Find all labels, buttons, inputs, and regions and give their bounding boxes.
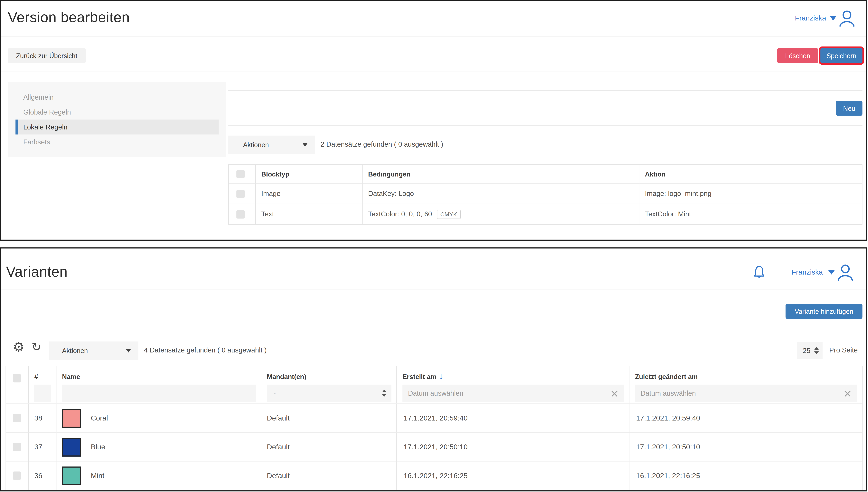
variant-name: Coral (91, 414, 108, 422)
num-filter-input[interactable] (34, 385, 51, 402)
table-row[interactable]: 36 Mint Default 16.1.2021, 22:16:25 16.1… (6, 461, 863, 490)
delete-button[interactable]: Löschen (777, 48, 818, 63)
settings-gear-icon[interactable]: ⚙ (13, 340, 25, 354)
column-label: Zuletzt geändert am (635, 373, 698, 381)
page-title: Version bearbeiten (8, 9, 130, 26)
column-header-created: Erstellt am ↓ × (397, 366, 629, 403)
actions-dropdown[interactable]: Aktionen (49, 341, 138, 360)
column-label-wrap: Erstellt am ↓ (403, 373, 444, 381)
mandant-cell: Default (261, 403, 397, 432)
bedingungen-cell: DataKey: Logo (363, 183, 640, 203)
sidebar-item-globale-regeln[interactable]: Globale Regeln (8, 105, 226, 120)
row-checkbox[interactable] (13, 471, 21, 480)
num-cell: 36 (29, 461, 56, 490)
table-row[interactable]: 38 Coral Default 17.1.2021, 20:59:40 17.… (6, 403, 863, 432)
column-header-blocktyp: Blocktyp (256, 165, 362, 183)
column-label: Mandant(en) (267, 373, 306, 381)
column-header-aktion: Aktion (640, 165, 862, 183)
column-header-modified: Zuletzt geändert am × (629, 366, 863, 403)
column-label[interactable]: Erstellt am (403, 373, 436, 381)
sidebar-item-label: Allgemein (23, 93, 54, 101)
created-cell: 17.1.2021, 20:50:10 (397, 432, 629, 461)
name-filter-input[interactable] (62, 385, 256, 402)
table-row: Image DataKey: Logo Image: logo_mint.png (228, 183, 862, 203)
new-button[interactable]: Neu (836, 101, 863, 116)
chevron-down-icon[interactable] (828, 270, 835, 274)
select-all-checkbox[interactable] (237, 170, 245, 178)
actions-dropdown-label: Aktionen (62, 347, 88, 354)
sidebar-item-farbsets[interactable]: Farbsets (8, 134, 226, 149)
per-page-value: 25 (803, 347, 810, 354)
modified-cell: 17.1.2021, 20:50:10 (629, 432, 863, 461)
user-avatar-icon[interactable] (837, 264, 854, 281)
divider (228, 125, 863, 126)
settings-sidebar: Allgemein Globale Regeln Lokale Regeln F… (8, 82, 226, 157)
sidebar-item-lokale-regeln[interactable]: Lokale Regeln (8, 120, 226, 134)
per-page-select[interactable]: 25 (797, 342, 823, 359)
add-variant-button[interactable]: Variante hinzufügen (786, 304, 863, 319)
header-select-cell (228, 165, 256, 183)
divider (1, 289, 866, 290)
color-swatch (62, 409, 81, 427)
refresh-icon[interactable]: ↻ (31, 341, 41, 353)
modified-cell: 16.1.2021, 22:16:25 (629, 461, 863, 490)
aktion-cell: Image: logo_mint.png (640, 183, 862, 203)
column-header-num: # (29, 366, 56, 403)
modified-date-filter[interactable]: × (635, 385, 857, 402)
spinner-arrows-icon (814, 347, 819, 354)
save-button[interactable]: Speichern (820, 48, 863, 63)
mandant-cell: Default (261, 461, 397, 490)
blocktyp-cell: Image (256, 183, 362, 203)
actions-dropdown[interactable]: Aktionen (228, 136, 315, 154)
user-name[interactable]: Franziska (792, 268, 823, 276)
color-space-badge: CMYK (437, 210, 460, 219)
row-checkbox[interactable] (13, 414, 21, 422)
chevron-down-icon[interactable] (830, 16, 837, 21)
created-date-input[interactable] (403, 385, 607, 402)
row-select-cell (6, 432, 29, 461)
modified-date-input[interactable] (635, 385, 840, 402)
modified-cell: 17.1.2021, 20:59:40 (629, 403, 863, 432)
row-select-cell (228, 203, 256, 224)
page-title: Varianten (6, 264, 68, 280)
blocktyp-cell: Text (256, 203, 362, 224)
actions-dropdown-label: Aktionen (243, 141, 269, 149)
notifications-bell-icon[interactable] (752, 265, 767, 280)
results-summary: 4 Datensätze gefunden ( 0 ausgewählt ) (144, 341, 267, 360)
variant-name: Mint (91, 471, 104, 480)
results-summary: 2 Datensätze gefunden ( 0 ausgewählt ) (320, 136, 443, 154)
divider (228, 90, 863, 91)
per-page-label: Pro Seite (829, 342, 858, 359)
user-avatar-icon[interactable] (838, 9, 856, 27)
user-name[interactable]: Franziska (795, 14, 826, 22)
column-label: Name (62, 373, 80, 381)
mandant-filter-select[interactable]: - (267, 385, 391, 402)
created-cell: 16.1.2021, 22:16:25 (397, 461, 629, 490)
sidebar-item-label: Farbsets (23, 138, 50, 146)
table-row[interactable]: 37 Blue Default 17.1.2021, 20:50:10 17.1… (6, 432, 863, 461)
clear-filter-icon[interactable]: × (843, 388, 852, 398)
sort-descending-icon[interactable]: ↓ (438, 373, 444, 381)
name-cell: Coral (56, 403, 261, 432)
table-header-row: Blocktyp Bedingungen Aktion (228, 165, 862, 183)
sidebar-item-allgemein[interactable]: Allgemein (8, 90, 226, 105)
created-date-filter[interactable]: × (403, 385, 624, 402)
mandant-filter-value: - (273, 389, 276, 397)
name-cell: Blue (56, 432, 261, 461)
row-checkbox[interactable] (237, 210, 245, 218)
edit-version-panel: Version bearbeiten Franziska Zurück zur … (0, 0, 867, 241)
divider (1, 71, 866, 71)
mandant-cell: Default (261, 432, 397, 461)
back-to-overview-button[interactable]: Zurück zur Übersicht (8, 48, 86, 63)
row-select-cell (6, 461, 29, 490)
row-checkbox[interactable] (13, 443, 21, 451)
rules-table: Blocktyp Bedingungen Aktion Image DataKe… (228, 164, 863, 225)
row-checkbox[interactable] (237, 190, 245, 198)
select-all-checkbox[interactable] (13, 374, 21, 383)
table-row: Text TextColor: 0, 0, 0, 60 CMYK TextCol… (228, 203, 862, 224)
column-header-name: Name (56, 366, 261, 403)
dropdown-arrow-icon (126, 349, 131, 352)
column-header-bedingungen: Bedingungen (363, 165, 640, 183)
created-cell: 17.1.2021, 20:59:40 (397, 403, 629, 432)
clear-filter-icon[interactable]: × (610, 388, 619, 398)
